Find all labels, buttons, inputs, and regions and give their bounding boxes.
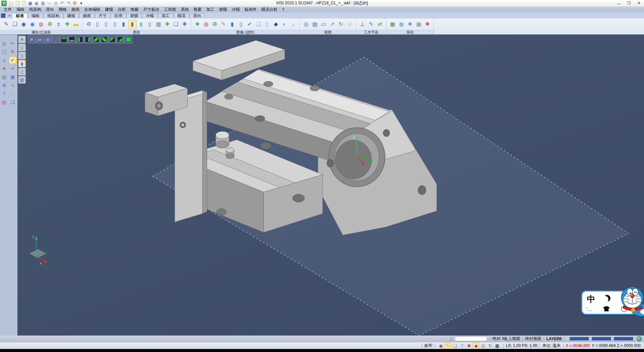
ime-mode-chinese[interactable]: 中 [587,294,595,305]
regen-button[interactable]: ♻ [1,82,8,89]
open-file-button[interactable]: ❒ [14,0,20,6]
box-transparent-button[interactable]: ❏ [254,20,263,29]
ribbon-tab-0[interactable]: 标准 [12,13,28,18]
view-front-button[interactable] [92,36,100,43]
toggle-visibility-button[interactable]: ± [54,20,63,29]
absolute-view-indicator[interactable]: 绝对视图 [525,336,541,342]
ribbon-tab-1[interactable]: 编辑 [28,13,43,18]
layer-swatch-2[interactable] [614,337,633,341]
solid-view-button[interactable]: ▮ [228,20,236,29]
menu-item-15[interactable]: 塑模 [217,6,229,13]
minimize-button[interactable]: — [614,0,624,6]
search-box[interactable] [454,336,487,341]
maximize-button[interactable]: ❐ [624,0,634,6]
ribbon-tab-3[interactable]: 建模 [63,13,79,18]
new-file-button[interactable]: ▢ [8,0,14,6]
menu-item-10[interactable]: 尺寸标注 [141,6,162,13]
wcs-refresh-button[interactable]: ♻ [211,20,219,29]
zoom-sphere-button[interactable]: ◎ [44,36,52,43]
layer-settings-button[interactable]: ✱ [180,20,189,29]
view-top-button[interactable] [60,36,68,43]
menu-item-19[interactable]: ? [280,7,287,12]
undo-button[interactable]: ↶ [59,0,65,6]
wcs-add-button[interactable]: ❖ [193,20,202,29]
wcs-edit-button[interactable]: ✎ [219,20,228,29]
confirm-button[interactable]: ✔ [9,56,16,64]
zoom-one-to-one-button[interactable]: ▭ [319,20,328,29]
spline-button[interactable]: ≈ [9,65,16,72]
ribbon-tab-4[interactable]: 曲面 [79,13,95,18]
visibility-filter-button[interactable]: ◍ [37,20,45,29]
ime-punct-period[interactable]: 。 [590,307,594,312]
layer-swatch-1[interactable] [592,337,611,341]
layer-swatch-0[interactable] [570,337,589,341]
viewport-layout-button[interactable]: ▦ [494,343,500,349]
workplane-align-button[interactable]: ⇄ [376,20,384,29]
strip-menu-button[interactable]: ≡ [18,36,26,43]
view-left-button[interactable] [76,36,84,43]
view-menu-button[interactable]: ≡ [28,36,36,43]
ribbon-tab-8[interactable]: 冲模 [142,13,158,18]
menu-item-17[interactable]: 标准件 [242,6,259,13]
save-button[interactable]: ▣ [27,0,33,6]
menu-item-4[interactable]: 网格 [56,6,69,13]
help-button[interactable]: ? [1,90,8,97]
sketch-curve-button[interactable]: ✎ [9,48,16,55]
refresh-layers-button[interactable]: ♻ [85,20,93,29]
snap-settings-button[interactable]: ◉ [438,343,444,349]
view-shaded-button[interactable] [124,36,132,43]
tab-dropdown-button[interactable]: ▾ [7,14,12,17]
save-all-button[interactable]: ▦ [40,0,46,6]
view-iso-back-button[interactable] [116,36,124,43]
erase-button[interactable]: ✂ [9,40,16,47]
strip-layer-striped-button[interactable]: ▥ [18,76,26,84]
strip-layer-3-button[interactable]: ▯ [18,68,26,76]
view-bottom-button[interactable] [68,36,76,43]
ribbon-tab-2[interactable]: 线架构 [44,13,63,18]
zoom-plus-button[interactable]: ◎ [302,20,310,29]
ucs-axis-button[interactable]: ⊥ [52,36,60,43]
measure-button[interactable]: ↔ [9,90,16,97]
layer-filled-button[interactable]: ▮ [119,20,128,29]
menu-item-16[interactable]: 冲模 [229,6,242,13]
palette-button[interactable]: ▨ [1,98,8,106]
shaded-cube-button[interactable]: ■ [9,82,16,89]
ribbon-tab-7[interactable]: 塑膜 [126,13,142,18]
menu-item-1[interactable]: 编辑 [14,6,27,13]
window-grid-button[interactable]: ▦ [9,73,16,81]
menu-item-0[interactable]: 文件 [1,6,14,13]
menu-item-13[interactable]: 视窗 [191,6,204,13]
strip-layer-current-button[interactable]: ▮ [18,60,26,68]
ime-punct-comma[interactable]: ’, [586,307,589,312]
zoom-dynamic-button[interactable]: ± [1,56,8,64]
active-layer-indicator[interactable]: LAYER0 [546,337,562,341]
print-preview-button[interactable]: ◎ [53,0,59,6]
system-plot-button[interactable]: ❖ [423,20,432,29]
menu-item-7[interactable]: 建模 [103,6,115,13]
menu-item-6[interactable]: 实体编辑 [82,6,103,13]
system-globe-button[interactable]: ◍ [397,20,406,29]
layer-cyan-button[interactable]: ▮ [137,20,145,29]
attributes-panel-button[interactable]: ▤ [1,73,8,81]
menu-item-9[interactable]: 电极 [128,6,141,13]
system-gear-button[interactable]: ✱ [406,20,414,29]
zoom-window-button[interactable]: ▧ [311,20,319,29]
hide-all-button[interactable]: ▬ [72,20,80,29]
workplane-axis-button[interactable]: ⊥ [358,20,367,29]
import-file-button[interactable]: ❐ [21,0,27,6]
print-button[interactable]: ▭ [46,0,52,6]
layer-empty-1-button[interactable]: ▯ [93,20,102,29]
view-right-button[interactable] [84,36,92,43]
rotate-view-button[interactable]: ↻ [337,20,345,29]
viewport-3d[interactable]: Z Z × ≡▯▯▮▯▥ ≡▭◎⊥ 中 ’, [17,35,644,336]
modify-attributes-button[interactable]: ✎ [2,20,10,29]
save-as-button[interactable]: ▣ [34,0,40,6]
hide-entities-button[interactable]: ◉ [28,20,37,29]
layer-current-button[interactable]: ▮ [128,20,137,29]
show-entities-button[interactable]: ◉ [19,20,28,29]
zoom-fit-button[interactable]: ▭ [36,36,44,43]
layer-outline-button[interactable]: ▯ [146,20,154,29]
shade-sphere-button[interactable]: ◐ [280,20,289,29]
pick-wand-button[interactable]: ✎ [445,343,451,349]
globe-icon[interactable] [637,336,642,341]
